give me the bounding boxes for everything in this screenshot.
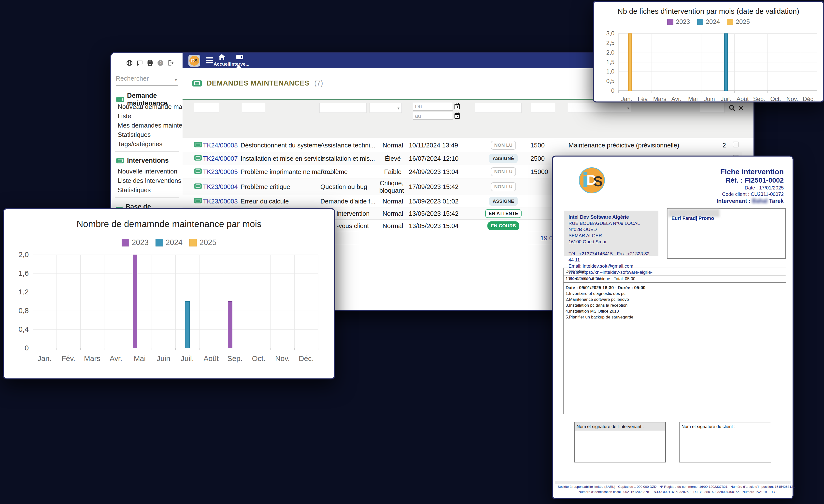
help-icon[interactable]: ? bbox=[157, 60, 164, 66]
legend-swatch bbox=[156, 239, 163, 246]
axis-tick bbox=[751, 91, 751, 93]
legend-item-2024: 2024 bbox=[697, 18, 720, 25]
cell-priorite: Élevé bbox=[375, 155, 411, 162]
chevron-down-icon: ▾ bbox=[398, 106, 400, 111]
globe-icon[interactable] bbox=[126, 60, 133, 66]
y-tick-label: 2,5 bbox=[606, 39, 614, 46]
filter-duree-input[interactable] bbox=[700, 103, 724, 113]
sidebar-item-liste-interventions[interactable]: Liste des interventions bbox=[118, 177, 181, 185]
chat-icon[interactable] bbox=[136, 60, 143, 66]
bar-2024-Juil. bbox=[185, 301, 190, 348]
ref-link[interactable]: TK23/00004 bbox=[203, 183, 238, 190]
search-icon[interactable] bbox=[728, 104, 736, 113]
axis-tick bbox=[57, 348, 57, 350]
footer-line-1: Société à responsabilité limitée (SARL) … bbox=[558, 485, 788, 489]
y-tick-label: 0 bbox=[611, 87, 614, 94]
axis-tick bbox=[104, 348, 104, 350]
printer-icon[interactable] bbox=[147, 60, 153, 66]
x-axis bbox=[618, 90, 817, 91]
company-logo: D S bbox=[579, 167, 605, 193]
legend-label: 2023 bbox=[132, 238, 148, 247]
sidebar-item-liste[interactable]: Liste bbox=[118, 112, 131, 120]
ticket-icon bbox=[116, 97, 124, 102]
filter-ref-input[interactable] bbox=[194, 103, 219, 113]
status-badge: NON LU bbox=[491, 167, 516, 176]
y-tick-label: 1,5 bbox=[606, 59, 614, 66]
app-logo[interactable]: DS bbox=[188, 55, 200, 67]
cell-date: 17/09/2023 15:42 bbox=[409, 183, 458, 190]
table-row[interactable]: TK24/00008 Désfonctionnent du systeme As… bbox=[183, 138, 742, 152]
legend-swatch bbox=[697, 19, 703, 25]
ref-link[interactable]: TK23/00005 bbox=[203, 168, 238, 176]
sidebar-item-tags-categories[interactable]: Tags/catégories bbox=[118, 140, 163, 148]
y-tick-label: 0 bbox=[24, 344, 29, 352]
legend-label: 2025 bbox=[736, 18, 750, 25]
axis-tick bbox=[635, 91, 635, 93]
svg-text:?: ? bbox=[159, 61, 162, 65]
chart-plot: 00,51,01,52,02,53,0Jan.Fév.MarsAvr.MaiJu… bbox=[618, 33, 817, 91]
ref-link[interactable]: TK24/00007 bbox=[203, 155, 238, 162]
chart-legend: 202320242025 bbox=[4, 238, 334, 247]
filter-type-maintenance-select[interactable]: ▾ bbox=[568, 103, 631, 113]
window-fiche-intervention: D S Fiche intervention Réf. : FI2501-000… bbox=[552, 156, 794, 499]
filter-date-au-input[interactable]: au bbox=[413, 112, 453, 120]
legend-item-2025: 2025 bbox=[727, 18, 750, 25]
gridline bbox=[128, 255, 128, 348]
legend-swatch bbox=[667, 19, 674, 25]
cell-anomalies: Désfonctionnent du systeme bbox=[240, 141, 321, 149]
sidebar-item-statistiques-2[interactable]: Statistiques bbox=[118, 186, 150, 194]
gridline bbox=[734, 33, 735, 91]
x-tick-label: Mars bbox=[653, 96, 666, 102]
logout-icon[interactable] bbox=[167, 60, 174, 66]
cell-duree: 2 bbox=[710, 141, 726, 149]
filter-etat-input[interactable] bbox=[475, 103, 522, 113]
ref-link[interactable]: TK24/00008 bbox=[203, 141, 238, 149]
chevron-down-icon: ▾ bbox=[175, 77, 177, 83]
ticket-icon bbox=[236, 54, 243, 60]
signature-label: Nom et signature du client : bbox=[680, 422, 771, 431]
gridline bbox=[618, 33, 619, 91]
x-tick-label: Avr. bbox=[671, 96, 681, 102]
gridline bbox=[751, 33, 751, 91]
cell-cout: 2500 bbox=[530, 155, 545, 162]
cell-priorite: Faible bbox=[375, 168, 411, 176]
axis-tick bbox=[199, 348, 200, 350]
axis-tick bbox=[128, 348, 128, 350]
row-checkbox[interactable] bbox=[733, 141, 738, 147]
y-tick-label: 1,2 bbox=[18, 288, 29, 296]
calendar-icon[interactable] bbox=[454, 113, 460, 119]
legend-swatch bbox=[122, 239, 129, 246]
status-badge: ASSIGNÉ bbox=[489, 154, 518, 163]
page-number: 1 / 1 bbox=[771, 490, 778, 494]
ticket-icon bbox=[194, 168, 202, 174]
filter-date-du-input[interactable]: Du bbox=[413, 102, 453, 111]
sidebar-item-statistiques[interactable]: Statistiques bbox=[118, 131, 150, 138]
filter-type-input[interactable] bbox=[319, 103, 367, 113]
client-name: Eurl Faradj Promo bbox=[672, 215, 714, 221]
ref-link[interactable]: TK23/00003 bbox=[203, 197, 238, 205]
calendar-icon[interactable] bbox=[454, 103, 460, 110]
filter-priorite-select[interactable]: ▾ bbox=[370, 103, 402, 113]
sidebar-item-nouvelle-intervention[interactable]: Nouvelle intervention bbox=[118, 168, 177, 175]
client-info-box: Eurl Faradj Promo bbox=[667, 208, 786, 259]
legend-swatch bbox=[727, 19, 733, 25]
gridline bbox=[801, 33, 801, 91]
filter-cout-input[interactable] bbox=[531, 103, 555, 113]
sidebar-section-interventions[interactable]: Interventions bbox=[116, 157, 169, 165]
intervention-date-line: Date : 09/01/2025 16:30 - Durée : 05:00 bbox=[565, 285, 784, 291]
axis-tick bbox=[651, 91, 652, 93]
search-input[interactable]: Rechercher ▾ bbox=[116, 75, 178, 86]
close-icon[interactable]: ✕ bbox=[738, 104, 744, 112]
axis-tick bbox=[247, 348, 247, 350]
axis-tick bbox=[294, 348, 295, 350]
x-tick-label: Juin bbox=[704, 96, 715, 102]
bar-2024-Juil. bbox=[724, 33, 727, 91]
x-tick-label: Oct. bbox=[252, 355, 265, 363]
x-tick-label: Juil. bbox=[721, 96, 731, 102]
doc-code-client: Code client : CU2311-00072 bbox=[717, 191, 784, 197]
filter-anomalies-input[interactable] bbox=[242, 103, 265, 113]
cell-date: 16/07/2024 12:10 bbox=[409, 155, 458, 162]
x-tick-label: Juin bbox=[157, 355, 170, 363]
bar-2023-Sep. bbox=[228, 301, 232, 348]
signature-box-client: Nom et signature du client : bbox=[679, 422, 771, 463]
